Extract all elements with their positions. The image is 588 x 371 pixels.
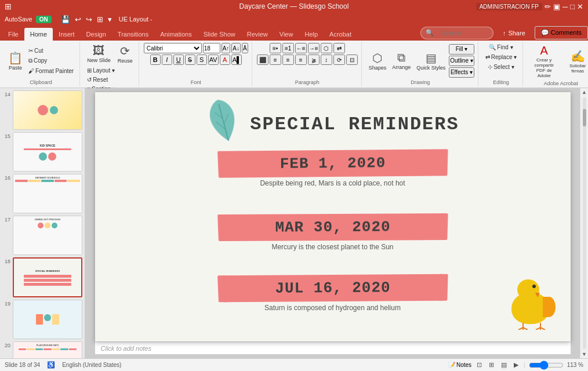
tab-transitions[interactable]: Transitions — [112, 28, 154, 41]
tab-help[interactable]: Help — [299, 28, 324, 41]
search-input[interactable] — [436, 28, 488, 38]
slide-thumb-15[interactable]: KID SPACE — [13, 132, 82, 172]
reuse-slide-button[interactable]: ⟳ Reuse — [115, 43, 135, 65]
new-slide-button[interactable]: 🖼 New Slide — [85, 43, 113, 65]
maximize-btn[interactable]: □ — [570, 2, 575, 11]
clear-format-btn[interactable]: Ā — [242, 43, 248, 53]
slide-thumb-20[interactable]: PLAYGROUND INFO — [13, 341, 82, 358]
minimize-btn[interactable]: ─ — [562, 2, 568, 11]
comment-icon: 💬 — [541, 29, 549, 36]
slide-item-17[interactable]: 17 DINING OUT PROCESS — [2, 216, 82, 255]
save-icon[interactable]: 💾 — [60, 15, 71, 24]
align-left-btn[interactable]: ⬛ — [257, 54, 268, 65]
slide-thumb-19[interactable] — [13, 300, 82, 339]
shape-outline-btn[interactable]: Outline ▾ — [449, 56, 474, 66]
slide-item-14[interactable]: 14 — [2, 90, 82, 130]
slide-thumb-17[interactable]: DINING OUT PROCESS — [13, 216, 82, 255]
shadow-btn[interactable]: S — [197, 54, 207, 65]
share-icon: ↑ — [503, 30, 506, 37]
slide-item-18[interactable]: 18 SPECIAL REMINDERS — [2, 257, 82, 297]
format-painter-button[interactable]: 🖌Format Painter — [26, 67, 76, 75]
shape-effects-btn[interactable]: Effects ▾ — [449, 67, 474, 78]
slide-thumb-18[interactable]: SPECIAL REMINDERS — [13, 257, 82, 297]
quick-styles-button[interactable]: ▤ Quick Styles — [414, 50, 448, 72]
tab-design[interactable]: Design — [81, 28, 112, 41]
tab-home[interactable]: Home — [24, 28, 53, 41]
textdirection-btn[interactable]: ⟳ — [333, 54, 345, 65]
bullets-btn[interactable]: ≡• — [270, 43, 281, 53]
paste-button[interactable]: 📋 Paste — [6, 50, 25, 72]
shape-fill-btn[interactable]: Fill ▾ — [449, 44, 474, 54]
convert-btn[interactable]: ⇄ — [333, 43, 345, 53]
layout-button[interactable]: ⊞ Layout ▾ — [85, 66, 118, 75]
reset-button[interactable]: ↺ Reset — [85, 75, 118, 84]
decrease-indent-btn[interactable]: ←≡ — [295, 43, 307, 53]
underline-btn[interactable]: U — [173, 54, 184, 65]
zoom-slider[interactable] — [529, 362, 564, 369]
font-decrease-btn[interactable]: A↓ — [231, 43, 241, 53]
autosave-toggle[interactable]: ON — [36, 16, 52, 23]
close-btn[interactable]: ✕ — [577, 2, 583, 11]
comments-button[interactable]: 💬 Comments — [535, 26, 588, 39]
layout-icon[interactable]: ⊞ — [96, 15, 104, 24]
copy-button[interactable]: ⧉Copy — [26, 56, 76, 66]
slide-item-19[interactable]: 19 — [2, 300, 82, 339]
slide-thumb-16[interactable]: DAYMART SCHEDULE — [13, 174, 82, 213]
ribbon-commands: 📋 Paste ✂Cut ⧉Copy 🖌Format Painter Clipb… — [0, 41, 588, 88]
slide-thumb-14[interactable] — [13, 90, 82, 130]
tab-slideshow[interactable]: Slide Show — [198, 28, 241, 41]
view-reading-btn[interactable]: ▤ — [499, 361, 509, 369]
view-slide-sorter-btn[interactable]: ⊞ — [487, 361, 496, 369]
scroll-up-btn[interactable]: ▲ — [580, 88, 589, 96]
find-button[interactable]: 🔍 Find ▾ — [487, 43, 515, 52]
font-increase-btn[interactable]: A↑ — [222, 43, 231, 53]
italic-btn[interactable]: I — [162, 54, 172, 65]
smartart-btn[interactable]: ⬡ — [321, 43, 332, 53]
columns-btn[interactable]: ⫺ — [308, 54, 320, 65]
justify-btn[interactable]: ≡ — [295, 54, 307, 65]
slide-item-16[interactable]: 16 DAYMART SCHEDULE — [2, 174, 82, 213]
view-slideshow-btn[interactable]: ▶ — [512, 361, 520, 369]
slide-item-20[interactable]: 20 PLAYGROUND INFO — [2, 341, 82, 358]
scroll-thumb[interactable] — [583, 109, 586, 126]
language: English (United States) — [62, 362, 121, 368]
create-pdf-button[interactable]: A Crear y compartir PDF de Adobe — [528, 43, 560, 79]
font-size-input[interactable] — [203, 43, 220, 53]
tab-file[interactable]: File — [2, 28, 24, 41]
fontcolor-btn[interactable]: A — [220, 54, 230, 65]
bold-btn[interactable]: B — [150, 54, 161, 65]
notes-bar[interactable]: Click to add notes — [95, 341, 571, 354]
cut-button[interactable]: ✂Cut — [26, 46, 76, 55]
align-center-btn[interactable]: ≡ — [270, 54, 281, 65]
tab-insert[interactable]: Insert — [53, 28, 81, 41]
tab-animations[interactable]: Animations — [154, 28, 197, 41]
replace-button[interactable]: ⇄ Replace ▾ — [483, 53, 519, 61]
share-button[interactable]: ↑ Share — [496, 27, 532, 39]
notes-btn[interactable]: 📝 Notes — [448, 362, 471, 368]
strikethrough-btn[interactable]: S̶ — [185, 54, 195, 65]
view-normal-btn[interactable]: ⊡ — [475, 361, 484, 369]
linespace-btn[interactable]: ↕ — [321, 54, 332, 65]
align-right-btn[interactable]: ≡ — [282, 54, 294, 65]
tab-acrobat[interactable]: Acrobat — [324, 28, 357, 41]
request-sign-button[interactable]: ✍ Solicitar firmas — [561, 48, 588, 75]
highlight-btn[interactable]: A▌ — [231, 54, 242, 65]
arrange-button[interactable]: ⧉ Arrange — [390, 50, 413, 71]
tab-review[interactable]: Review — [241, 28, 274, 41]
redo-icon[interactable]: ↪ — [85, 15, 93, 24]
select-button[interactable]: ⊹ Select ▾ — [485, 63, 517, 71]
numbering-btn[interactable]: ≡1 — [282, 43, 294, 53]
dropdown-icon[interactable]: ▾ — [107, 15, 113, 24]
tab-view[interactable]: View — [274, 28, 299, 41]
increase-indent-btn[interactable]: →≡ — [308, 43, 320, 53]
scroll-down-btn[interactable]: ▼ — [580, 350, 589, 358]
textalign-btn[interactable]: ⊡ — [346, 54, 358, 65]
shapes-button[interactable]: ⬡ Shapes — [366, 50, 389, 72]
undo-icon[interactable]: ↩ — [74, 15, 82, 24]
replace-icon: ⇄ — [485, 54, 490, 60]
pen-icon: ✏ — [545, 2, 551, 11]
charspace-btn[interactable]: AV — [208, 54, 219, 65]
new-slide-icon: 🖼 — [93, 44, 104, 57]
font-family-select[interactable]: Calibri — [144, 43, 202, 53]
slide-item-15[interactable]: 15 KID SPACE — [2, 132, 82, 172]
